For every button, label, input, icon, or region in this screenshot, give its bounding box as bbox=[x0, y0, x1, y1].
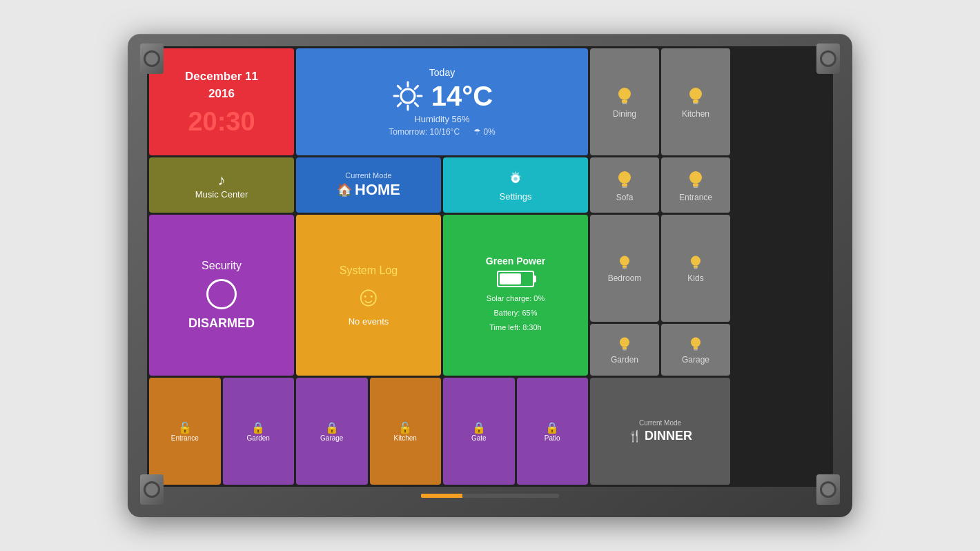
today-label: Today bbox=[429, 67, 455, 78]
bulb-icon bbox=[617, 253, 632, 271]
svg-rect-28 bbox=[694, 268, 698, 269]
entrance-light-tile[interactable]: Entrance bbox=[661, 157, 730, 213]
patio-lock-tile[interactable]: 🔒 Patio bbox=[517, 378, 589, 485]
kitchen-light-label: Kitchen bbox=[682, 109, 709, 119]
garage-lock-label: Garage bbox=[320, 434, 343, 442]
smart-home-device: December 112016 20:30 Today 14°C Humidit… bbox=[128, 34, 852, 517]
home-mode-tile[interactable]: Current Mode 🏠 HOME bbox=[296, 157, 441, 213]
datetime-tile[interactable]: December 112016 20:30 bbox=[149, 48, 294, 155]
dinner-mode-tile[interactable]: Current Mode 🍴 DINNER bbox=[590, 378, 730, 485]
home-mode-value: HOME bbox=[355, 181, 400, 199]
svg-point-12 bbox=[689, 88, 702, 100]
security-tile[interactable]: Security DISARMED bbox=[149, 215, 294, 376]
rain-chance: ☂ 0% bbox=[473, 127, 496, 137]
unlock-icon: 🔓 bbox=[398, 421, 412, 434]
connector-strip bbox=[421, 494, 559, 498]
touchscreen: December 112016 20:30 Today 14°C Humidit… bbox=[147, 46, 833, 487]
tomorrow-info: Tomorrow: 10/16°C ☂ 0% bbox=[389, 127, 496, 137]
dining-light-tile[interactable]: Dining bbox=[590, 48, 659, 155]
battery-fill bbox=[500, 273, 521, 284]
unlock-icon: 🔓 bbox=[178, 421, 192, 434]
green-power-tile[interactable]: Green Power Solar charge: 0%Battery: 65%… bbox=[443, 215, 588, 376]
security-circle-icon bbox=[206, 279, 237, 309]
battery-icon bbox=[497, 271, 534, 287]
dinner-mode-label: Current Mode bbox=[639, 419, 681, 427]
date-display: December 112016 bbox=[185, 68, 258, 103]
entrance-lock-tile[interactable]: 🔓 Entrance bbox=[149, 378, 221, 485]
svg-rect-13 bbox=[693, 100, 698, 103]
svg-line-6 bbox=[415, 103, 418, 106]
svg-line-5 bbox=[398, 86, 400, 88]
svg-rect-31 bbox=[623, 349, 627, 351]
sun-icon bbox=[391, 79, 424, 113]
entrance-lock-label: Entrance bbox=[171, 434, 199, 442]
svg-rect-25 bbox=[623, 268, 627, 269]
svg-point-9 bbox=[618, 88, 631, 100]
temperature: 14°C bbox=[431, 81, 493, 112]
syslog-title: System Log bbox=[340, 264, 398, 277]
kitchen-lock-tile[interactable]: 🔓 Kitchen bbox=[370, 378, 442, 485]
settings-tile[interactable]: Settings bbox=[443, 157, 588, 213]
svg-point-20 bbox=[689, 171, 702, 184]
security-status: DISARMED bbox=[188, 316, 255, 331]
weather-tile[interactable]: Today 14°C Humidity 56% Tomorrow: 10/16°… bbox=[296, 48, 588, 155]
sofa-light-tile[interactable]: Sofa bbox=[590, 157, 659, 213]
svg-rect-11 bbox=[623, 103, 627, 104]
home-icon: 🏠 bbox=[337, 182, 352, 197]
lock-icon: 🔒 bbox=[325, 421, 339, 434]
bracket-top-right bbox=[816, 44, 840, 74]
bulb-icon bbox=[686, 85, 705, 107]
bulb-icon bbox=[617, 335, 632, 353]
entrance-light-label: Entrance bbox=[679, 193, 712, 202]
lock-icon: 🔒 bbox=[472, 421, 486, 434]
svg-rect-19 bbox=[623, 186, 627, 188]
svg-point-32 bbox=[691, 338, 700, 347]
bracket-top-left bbox=[140, 44, 164, 74]
svg-rect-14 bbox=[694, 103, 698, 104]
humidity: Humidity 56% bbox=[414, 114, 469, 124]
music-label: Music Center bbox=[195, 189, 248, 200]
power-info: Solar charge: 0%Battery: 65%Time left: 8… bbox=[487, 291, 545, 335]
smiley-icon: ☺ bbox=[355, 281, 383, 312]
svg-rect-22 bbox=[694, 186, 698, 188]
dining-label: Dining bbox=[613, 109, 636, 119]
svg-rect-34 bbox=[694, 349, 698, 351]
time-display: 20:30 bbox=[188, 107, 255, 137]
svg-line-8 bbox=[398, 103, 400, 106]
garden-label: Garden bbox=[611, 355, 638, 365]
svg-rect-21 bbox=[693, 184, 698, 186]
garden-lock-tile[interactable]: 🔒 Garden bbox=[223, 378, 295, 485]
garage-light-tile[interactable]: Garage bbox=[661, 324, 730, 376]
garden-light-tile[interactable]: Garden bbox=[590, 324, 659, 376]
svg-rect-33 bbox=[694, 347, 698, 349]
sofa-label: Sofa bbox=[616, 193, 634, 202]
garage-label: Garage bbox=[682, 355, 709, 365]
bracket-bottom-left bbox=[140, 474, 164, 505]
dinner-value: DINNER bbox=[645, 429, 692, 443]
svg-point-26 bbox=[691, 256, 700, 266]
home-mode-label: Current Mode bbox=[345, 171, 391, 180]
bedroom-label: Bedroom bbox=[608, 273, 642, 283]
bracket-bottom-right bbox=[816, 474, 840, 505]
bulb-icon bbox=[615, 85, 634, 107]
bulb-icon bbox=[615, 168, 634, 191]
svg-point-23 bbox=[620, 256, 629, 266]
music-icon: ♪ bbox=[218, 171, 226, 189]
kids-light-tile[interactable]: Kids bbox=[661, 215, 730, 322]
system-log-tile[interactable]: System Log ☺ No events bbox=[296, 215, 441, 376]
svg-rect-30 bbox=[623, 347, 627, 349]
settings-label: Settings bbox=[500, 191, 532, 202]
bulb-icon bbox=[686, 168, 705, 191]
svg-rect-18 bbox=[622, 184, 627, 186]
bedroom-light-tile[interactable]: Bedroom bbox=[590, 215, 659, 322]
gate-lock-tile[interactable]: 🔒 Gate bbox=[443, 378, 515, 485]
kitchen-light-tile[interactable]: Kitchen bbox=[661, 48, 730, 155]
svg-line-7 bbox=[415, 86, 418, 88]
garage-lock-tile[interactable]: 🔒 Garage bbox=[296, 378, 368, 485]
garden-lock-label: Garden bbox=[247, 434, 270, 442]
svg-rect-24 bbox=[623, 266, 627, 268]
settings-icon bbox=[506, 169, 525, 188]
svg-point-0 bbox=[401, 89, 415, 103]
svg-rect-27 bbox=[694, 266, 698, 268]
music-center-tile[interactable]: ♪ Music Center bbox=[149, 157, 294, 213]
